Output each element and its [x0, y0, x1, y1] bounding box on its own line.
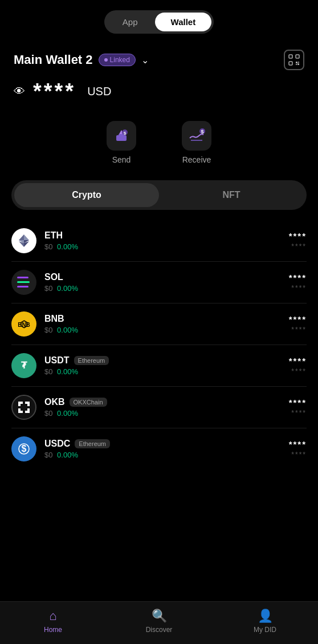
bnb-pct: 0.00% [57, 326, 78, 334]
receive-label: Receive [182, 155, 211, 164]
eth-balance-amount: **** [289, 231, 307, 241]
token-row-usdc[interactable]: $ USDC Ethereum $0 0.00% **** **** [11, 428, 307, 469]
usdt-price: $0 0.00% [44, 367, 281, 376]
usdc-balance: **** **** [289, 439, 307, 459]
eth-price: $0 0.00% [44, 242, 281, 251]
sol-symbol: SOL [44, 272, 63, 282]
okb-symbol: OKB [44, 397, 65, 407]
bnb-info: BNB $0 0.00% [44, 314, 281, 334]
scan-icon[interactable] [284, 50, 304, 70]
send-label: Send [112, 155, 131, 164]
sol-icon [11, 270, 36, 295]
usdt-symbol: USDT [44, 355, 70, 366]
svg-rect-7 [116, 135, 127, 141]
bnb-balance: **** **** [289, 314, 307, 334]
receive-icon: $ [182, 121, 211, 151]
usdc-info: USDC Ethereum $0 0.00% [44, 439, 281, 459]
sol-price: $0 0.00% [44, 284, 281, 293]
linked-badge[interactable]: Linked [99, 54, 136, 66]
tab-app[interactable]: App [107, 13, 154, 31]
okb-balance-usd: **** [289, 409, 307, 417]
token-row-okb[interactable]: OKB OKXChain $0 0.00% **** **** [11, 387, 307, 428]
bnb-balance-amount: **** [289, 314, 307, 324]
balance-area: 👁 **** USD [0, 76, 318, 115]
wallet-header: Main Wallet 2 Linked ⌄ [0, 39, 318, 76]
tab-wallet[interactable]: Wallet [155, 13, 212, 31]
chevron-down-icon[interactable]: ⌄ [141, 55, 149, 66]
okb-price-val: $0 [44, 409, 52, 418]
token-list: ETH $0 0.00% **** **** [0, 220, 318, 469]
sol-price-val: $0 [44, 284, 52, 293]
token-row-eth[interactable]: ETH $0 0.00% **** **** [11, 220, 307, 262]
home-icon: ⌂ [49, 609, 56, 623]
usdc-icon: $ [11, 436, 36, 461]
action-buttons: $ Send $ Receive [0, 115, 318, 180]
usdt-info: USDT Ethereum $0 0.00% [44, 355, 281, 376]
usdc-chain-badge: Ethereum [75, 439, 110, 448]
toggle-nft[interactable]: NFT [159, 183, 304, 207]
balance-currency: USD [87, 85, 111, 98]
eth-symbol: ETH [44, 230, 63, 241]
discover-label: Discover [146, 626, 173, 634]
eth-balance-usd: **** [289, 242, 307, 250]
okb-chain-badge: OKXChain [70, 398, 107, 407]
eth-icon [11, 228, 36, 253]
token-row-sol[interactable]: SOL $0 0.00% **** **** [11, 262, 307, 303]
bottom-nav: ⌂ Home 🔍 Discover 👤 My DID [0, 601, 318, 644]
nav-home[interactable]: ⌂ Home [30, 609, 76, 634]
svg-rect-32 [21, 404, 23, 406]
svg-rect-5 [296, 64, 297, 65]
eth-price-val: $0 [44, 242, 52, 251]
toggle-crypto[interactable]: Crypto [14, 183, 159, 207]
usdt-balance-amount: **** [289, 356, 307, 366]
receive-button[interactable]: $ Receive [182, 121, 211, 164]
bnb-balance-usd: **** [289, 326, 307, 334]
svg-text:$: $ [124, 131, 127, 136]
linked-label: Linked [110, 56, 130, 64]
usdc-symbol: USDC [44, 439, 70, 449]
okb-balance: **** **** [289, 398, 307, 417]
wallet-name: Main Wallet 2 [14, 52, 93, 67]
usdt-balance: **** **** [289, 356, 307, 375]
svg-rect-35 [25, 408, 27, 411]
bnb-icon: ⬡ BNB [11, 311, 36, 337]
svg-rect-33 [25, 404, 27, 406]
bnb-price: $0 0.00% [44, 326, 281, 334]
usdc-price: $0 0.00% [44, 451, 281, 459]
sol-balance-amount: **** [289, 273, 307, 282]
token-row-bnb[interactable]: ⬡ BNB BNB $0 0.00% **** **** [11, 303, 307, 345]
usdt-pct: 0.00% [57, 367, 78, 376]
home-label: Home [44, 626, 62, 634]
bnb-price-val: $0 [44, 326, 52, 334]
svg-text:$: $ [22, 444, 27, 453]
nav-discover[interactable]: 🔍 Discover [136, 609, 182, 634]
mydid-label: My DID [254, 626, 276, 634]
svg-text:BNB: BNB [18, 322, 30, 328]
svg-rect-3 [296, 62, 297, 63]
mydid-icon: 👤 [258, 609, 273, 623]
svg-rect-4 [298, 62, 299, 63]
svg-rect-21 [17, 281, 30, 283]
linked-dot-icon [104, 58, 108, 62]
token-row-usdt[interactable]: ₮ USDT Ethereum $0 0.00% **** **** [11, 345, 307, 387]
usdt-balance-usd: **** [289, 367, 307, 375]
svg-text:$: $ [201, 129, 203, 135]
usdt-price-val: $0 [44, 367, 52, 376]
usdt-chain-badge: Ethereum [74, 356, 109, 365]
usdt-icon: ₮ [11, 353, 36, 378]
eth-info: ETH $0 0.00% [44, 230, 281, 251]
svg-rect-1 [296, 55, 299, 58]
bnb-symbol: BNB [44, 314, 64, 324]
okb-price: $0 0.00% [44, 409, 281, 418]
okb-info: OKB OKXChain $0 0.00% [44, 397, 281, 418]
okb-balance-amount: **** [289, 398, 307, 407]
send-icon: $ [107, 121, 136, 151]
svg-rect-22 [17, 286, 28, 287]
usdc-balance-usd: **** [289, 451, 307, 459]
send-button[interactable]: $ Send [107, 121, 136, 164]
top-tab-bar: App Wallet [0, 0, 318, 39]
nav-mydid[interactable]: 👤 My DID [242, 609, 288, 634]
okb-icon [11, 395, 36, 420]
eye-icon[interactable]: 👁 [14, 85, 25, 98]
svg-rect-6 [297, 63, 299, 65]
